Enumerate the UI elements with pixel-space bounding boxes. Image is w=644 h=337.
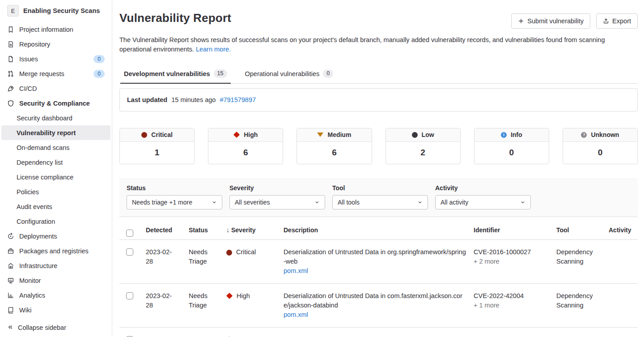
sidebar-item-label: Infrastructure [19,262,105,269]
pipeline-link[interactable]: #791579897 [220,96,256,103]
sidebar-item-infrastructure[interactable]: Infrastructure [0,258,112,273]
table-row[interactable]: 2023-02-28 Needs Triage High Deserializa… [119,328,638,337]
identifier-more: + 1 more [474,302,500,309]
project-avatar: E [7,5,19,17]
sidebar-subitem-label: On-demand scans [17,144,69,151]
severity-count: 1 [120,142,194,164]
chevron-down-icon [212,200,217,205]
page-title: Vulnerability Report [119,11,231,25]
table-row[interactable]: 2023-02-28 Needs Triage Critical Deseria… [119,240,638,284]
chevron-down-icon [417,200,423,205]
sidebar-item-issues[interactable]: Issues 0 [0,51,112,66]
severity-high-icon [226,293,233,299]
project-header[interactable]: E Enabling Security Scans [0,0,112,22]
severity-card-critical: Critical 1 [119,128,195,164]
sidebar-item-analytics[interactable]: Analytics [0,288,112,303]
report-tabs: Development vulnerabilities 15 Operation… [119,65,638,84]
table-row[interactable]: 2023-02-28 Needs Triage High Deserializa… [119,284,638,328]
sidebar-item-wiki[interactable]: Wiki [0,303,112,317]
sidebar-item-repository[interactable]: Repository [0,37,112,51]
severity-cell: High [226,284,284,327]
tab-development-vulnerabilities[interactable]: Development vulnerabilities 15 [120,65,231,84]
filter-activity: Activity All activity [435,184,531,209]
filter-label: Activity [435,184,531,192]
row-checkbox[interactable] [126,292,133,299]
sidebar-item-project-information[interactable]: Project information [0,22,112,37]
column-header-identifier[interactable]: Identifier [474,221,556,239]
severity-unknown-icon [581,132,587,138]
tab-count-badge: 0 [323,69,333,78]
select-all-checkbox[interactable] [126,230,133,237]
severity-count: 0 [475,142,549,164]
sidebar-nav: Project information Repository Issues 0 [0,22,112,317]
file-link[interactable]: pom.xml [284,266,308,276]
sidebar-item-ci-cd[interactable]: CI/CD [0,81,112,96]
activity-cell [609,240,638,283]
column-header-severity[interactable]: ↓ Severity [226,221,284,239]
severity-filter-dropdown[interactable]: All severities [229,195,325,209]
sidebar-subitem-audit-events[interactable]: Audit events [1,199,110,214]
column-header-description[interactable]: Description [284,221,474,239]
column-header-activity[interactable]: Activity [609,221,639,239]
severity-card-low: Low 2 [386,128,461,164]
status-cell: Needs Triage [189,284,226,327]
severity-medium-icon [317,132,323,137]
sidebar-item-label: Analytics [19,292,105,299]
file-link[interactable]: pom.xml [284,310,308,320]
sidebar-item-label: Repository [19,41,105,48]
sidebar-subitem-on-demand-scans[interactable]: On-demand scans [1,140,110,155]
row-checkbox[interactable] [126,248,133,256]
merge-requests-count-badge: 0 [93,70,105,78]
sidebar: E Enabling Security Scans Project inform… [0,0,112,337]
sidebar-subitem-configuration[interactable]: Configuration [1,214,110,229]
sidebar-item-deployments[interactable]: Deployments [0,229,112,243]
repository-icon [7,41,14,48]
sidebar-subitem-label: License compliance [17,174,73,181]
sidebar-item-packages-registries[interactable]: Packages and registries [0,243,112,258]
column-header-status[interactable]: Status [189,221,226,239]
sidebar-item-merge-requests[interactable]: Merge requests 0 [0,66,112,81]
tool-cell: Dependency Scanning [556,240,609,283]
activity-cell [609,284,638,327]
export-icon [603,18,609,24]
sidebar-subitem-policies[interactable]: Policies [1,184,110,199]
filter-label: Status [127,184,222,192]
main-content: Vulnerability Report Submit vulnerabilit… [112,0,644,337]
issues-icon [7,55,14,63]
export-button[interactable]: Export [596,13,638,29]
chevron-double-left-icon [7,324,13,332]
severity-card-medium: Medium 6 [297,128,372,164]
severity-critical-icon [141,132,147,138]
last-updated-panel: Last updated 15 minutes ago #791579897 [119,88,638,111]
filter-label: Severity [229,184,325,192]
submit-vulnerability-button[interactable]: Submit vulnerability [511,13,590,29]
sidebar-subitem-security-dashboard[interactable]: Security dashboard [1,111,110,125]
activity-filter-dropdown[interactable]: All activity [435,195,531,209]
severity-count: 2 [386,142,460,164]
identifier-more: + 2 more [474,258,500,265]
sidebar-subitem-license-compliance[interactable]: License compliance [1,170,110,184]
status-filter-dropdown[interactable]: Needs triage +1 more [127,195,222,209]
sidebar-subitem-dependency-list[interactable]: Dependency list [1,155,110,170]
tool-cell: Dependency Scanning [556,328,609,337]
tab-operational-vulnerabilities[interactable]: Operational vulnerabilities 0 [242,65,337,84]
severity-count: 0 [563,142,637,164]
issues-count-badge: 0 [93,55,105,63]
severity-low-icon [412,132,418,138]
deployments-icon [7,233,14,240]
last-updated-value: 15 minutes ago [171,96,216,103]
sidebar-subitem-vulnerability-report[interactable]: Vulnerability report [1,125,110,140]
status-cell: Needs Triage [189,240,226,283]
column-header-tool[interactable]: Tool [556,221,609,239]
tool-filter-dropdown[interactable]: All tools [332,195,428,209]
column-header-detected[interactable]: Detected [146,221,189,239]
collapse-sidebar-label: Collapse sidebar [18,324,66,331]
sidebar-item-monitor[interactable]: Monitor [0,273,112,288]
description-cell: Deserialization of Untrusted Data in org… [284,240,474,283]
learn-more-link[interactable]: Learn more. [196,46,231,53]
severity-critical-icon [226,250,232,256]
sidebar-item-label: Packages and registries [19,247,105,255]
chevron-down-icon [520,200,525,205]
sidebar-item-security-compliance[interactable]: Security & Compliance [0,96,112,111]
collapse-sidebar-button[interactable]: Collapse sidebar [0,318,112,337]
